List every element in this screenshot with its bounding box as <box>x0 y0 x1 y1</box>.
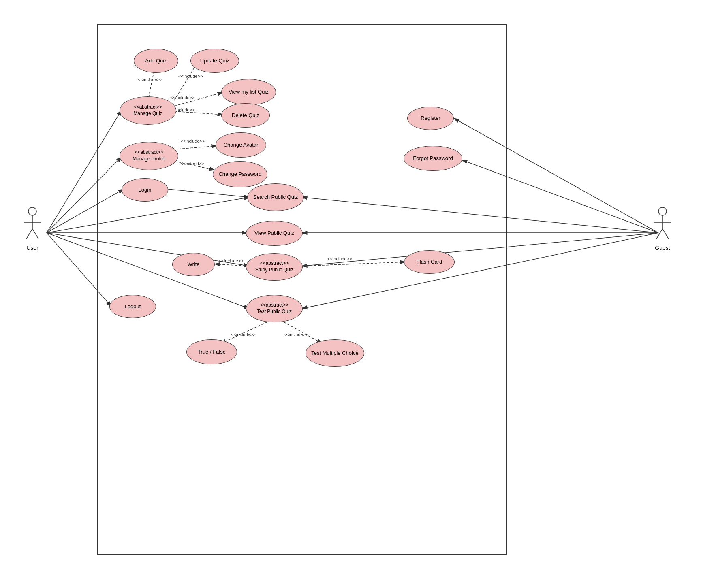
manage-quiz-node: <<abstract>>Manage Quiz <box>120 96 176 125</box>
svg-point-36 <box>28 207 36 215</box>
guest-label: Guest <box>655 245 670 251</box>
flash-card-node: Flash Card <box>404 250 455 274</box>
user-label: User <box>26 245 38 251</box>
svg-point-41 <box>658 207 667 215</box>
test-multiple-choice-node: Test Multiple Choice <box>306 339 364 367</box>
update-quiz-node: Update Quiz <box>190 49 239 73</box>
svg-line-40 <box>32 229 38 239</box>
svg-line-45 <box>663 229 669 239</box>
view-public-quiz-node: View Public Quiz <box>246 221 303 246</box>
diagram-container: <<include>> <<include>> <<include>> <<in… <box>0 0 701 588</box>
study-public-quiz-node: <<abstract>>Study Public Quiz <box>246 253 303 281</box>
guest-actor: Guest <box>652 207 673 251</box>
view-my-list-quiz-node: View my list Quiz <box>221 79 276 105</box>
user-actor: User <box>22 207 43 251</box>
register-node: Register <box>407 107 454 130</box>
manage-profile-node: <<abstract>>Manage Profile <box>120 142 178 170</box>
svg-line-44 <box>656 229 663 239</box>
forgot-password-node: Forgot Password <box>404 146 462 171</box>
search-public-quiz-node: Search Public Quiz <box>247 183 304 211</box>
test-public-quiz-node: <<abstract>>Test Public Quiz <box>246 295 303 322</box>
logout-node: Logout <box>109 295 156 318</box>
delete-quiz-node: Delete Quiz <box>221 103 270 128</box>
login-node: Login <box>122 178 168 202</box>
change-avatar-node: Change Avatar <box>216 132 266 158</box>
svg-line-39 <box>26 229 32 239</box>
write-node: Write <box>172 253 215 276</box>
add-quiz-node: Add Quiz <box>134 49 178 73</box>
change-password-node: Change Password <box>213 161 267 187</box>
true-false-node: True / False <box>186 339 237 364</box>
